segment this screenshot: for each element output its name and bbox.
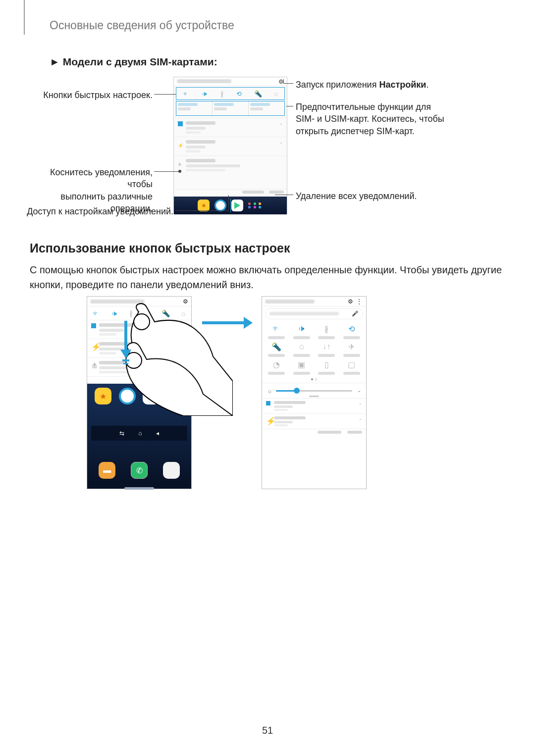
status-bar: ⚙ ⋮ [262, 297, 366, 306]
rotate-icon: ⟲ [144, 309, 150, 317]
callout-bold: Настройки [379, 80, 426, 90]
callout-text: . [426, 80, 428, 90]
status-blur [177, 79, 231, 83]
flashlight-icon: 🔦 [254, 90, 262, 98]
callout-notification-settings: Доступ к настройкам уведомлений. [10, 205, 173, 217]
sound-icon: 🕩 [111, 309, 118, 317]
app-icon: ▬ [99, 462, 115, 479]
gear-icon: ⚙ [348, 298, 353, 305]
app-icon [167, 388, 184, 404]
callout-sim-preferences: Предпочтительные функции для SIM- и USIM… [296, 101, 504, 137]
chevron-down-icon: ⌄ [357, 388, 361, 393]
wifi-icon: ᯤ [269, 323, 283, 334]
lock-icon: ⌂ [181, 309, 185, 317]
brightness-icon: ☼ [267, 388, 272, 395]
lock-icon: ⌂ [274, 90, 278, 98]
sound-icon: 🕩 [202, 90, 208, 98]
flashlight-icon: 🔦 [161, 309, 170, 317]
doc-icon: ▯ [320, 359, 333, 370]
app-icon [231, 200, 243, 211]
quick-settings-row: ᯤ 🕩 ∦ ⟲ 🔦 ⌂ [87, 306, 191, 320]
notification-item: ⋔ [87, 358, 191, 377]
leader-line [286, 106, 293, 106]
subheading-dual-sim: ►Модели с двумя SIM-картами: [50, 56, 217, 68]
app-icon [248, 202, 263, 208]
wifi-icon: ᯤ [183, 90, 189, 98]
dock-separator [230, 199, 231, 212]
subheading-text: Модели с двумя SIM-картами [63, 56, 214, 67]
overflow-icon: ⋮ [356, 298, 362, 305]
app-icon [119, 388, 136, 404]
notification-item: ⌄ [174, 137, 287, 155]
filter-icon: ▣ [295, 359, 309, 370]
leader-line [283, 79, 284, 84]
status-bar: ⚙ [87, 297, 191, 306]
gear-icon: ⚙ [183, 298, 188, 305]
square-icon: ▢ [345, 359, 359, 370]
app-icon: ✆ [131, 462, 148, 479]
flashlight-icon: 🔦 [269, 341, 283, 352]
app-icon [163, 462, 180, 479]
page-number: 51 [0, 725, 535, 736]
brightness-slider: ☼ ⌄ [262, 383, 366, 399]
callout-text: Запуск приложения [296, 80, 379, 90]
notification-panel-diagram: ⚙ ᯤ 🕩 ∦ ⟲ 🔦 ⌂ ⌄ ⌄ ★ [173, 77, 287, 214]
mic-icon: 🎤 [352, 310, 359, 317]
notification-item: ⚡ [87, 339, 191, 358]
callout-line: SIM- и USIM-карт. Коснитесь, чтобы [296, 113, 504, 125]
breadcrumb: Основные сведения об устройстве [50, 19, 234, 32]
bluetooth-icon: ∦ [129, 309, 133, 317]
notification-item: ⚡⌄ [262, 414, 366, 429]
panel-footer [87, 377, 191, 384]
bluetooth-icon: ∦ [220, 90, 224, 98]
callout-line: Предпочтительные функции для [296, 101, 504, 113]
wifi-icon: ᯤ [93, 309, 100, 317]
margin-rule [24, 0, 25, 35]
app-icon: ★ [95, 388, 111, 404]
result-arrow-icon [202, 317, 256, 330]
airplane-icon: ✈ [345, 341, 359, 352]
app-icon [143, 388, 160, 404]
triangle-bullet-icon: ► [50, 56, 60, 68]
search-bar: 🎤 [265, 308, 363, 319]
leader-line [154, 94, 176, 95]
home-screen: ★ ⇆⌂◂ ✆ ▬ ◉ [87, 384, 191, 483]
app-icon: ★ [198, 200, 210, 211]
subheading-colon: : [214, 56, 217, 67]
bluetooth-icon: ∦ [320, 323, 333, 334]
leader-line [228, 195, 229, 210]
body-paragraph: С помощью кнопок быстрых настроек можно … [30, 262, 505, 292]
nav-bar: ⇆⌂◂ [91, 426, 187, 441]
bottom-bar [87, 483, 191, 489]
callout-quick-buttons: Кнопки быстрых настроек. [30, 89, 153, 101]
callout-clear-notifications: Удаление всех уведомлений. [296, 190, 484, 202]
section-heading: Использование кнопок быстрых настроек [30, 241, 290, 255]
dock-row: ★ [174, 197, 287, 214]
app-icon [214, 200, 226, 211]
notification-item [174, 155, 287, 174]
quick-settings-row: ᯤ 🕩 ∦ ⟲ 🔦 ⌂ [176, 87, 285, 100]
lock-icon: ⌂ [295, 341, 309, 352]
callout-line: открыть диспетчер SIM-карт. [296, 125, 504, 137]
rotate-icon: ⟲ [236, 90, 242, 98]
callout-line: Коснитесь уведомления, чтобы [30, 166, 153, 191]
leader-dot [178, 170, 181, 173]
callout-launch-settings: Запуск приложения Настройки. [296, 79, 484, 91]
leader-line [275, 195, 293, 195]
sim-preference-row [176, 101, 285, 116]
sound-icon: 🕩 [295, 323, 309, 334]
data-icon: ↓↑ [320, 341, 333, 352]
swipe-down-arrow-icon [120, 321, 130, 361]
quick-settings-grid: ᯤ 🕩 ∦ ⟲ 🔦 ⌂ ↓↑ ✈ ◔ ▣ ▯ ▢ [262, 321, 366, 377]
phone-figure-swipe: ⚙ ᯤ 🕩 ∦ ⟲ 🔦 ⌂ ⌄ ⚡ ⋔ ★ ⇆⌂◂ [87, 296, 192, 489]
phone-figure-expanded: ⚙ ⋮ 🎤 ᯤ 🕩 ∦ ⟲ 🔦 ⌂ ↓↑ ✈ ◔ ▣ ▯ ▢ ● ○ [262, 296, 367, 489]
pager-dots: ● ○ [262, 377, 366, 383]
notification-item: ⌄ [262, 399, 366, 414]
panel-footer [262, 429, 366, 437]
status-bar: ⚙ [174, 77, 287, 86]
leader-line [154, 171, 179, 172]
leader-line [175, 210, 229, 211]
notification-item: ⌄ [174, 118, 287, 137]
perf-icon: ◔ [269, 359, 283, 370]
leader-line [283, 83, 293, 84]
